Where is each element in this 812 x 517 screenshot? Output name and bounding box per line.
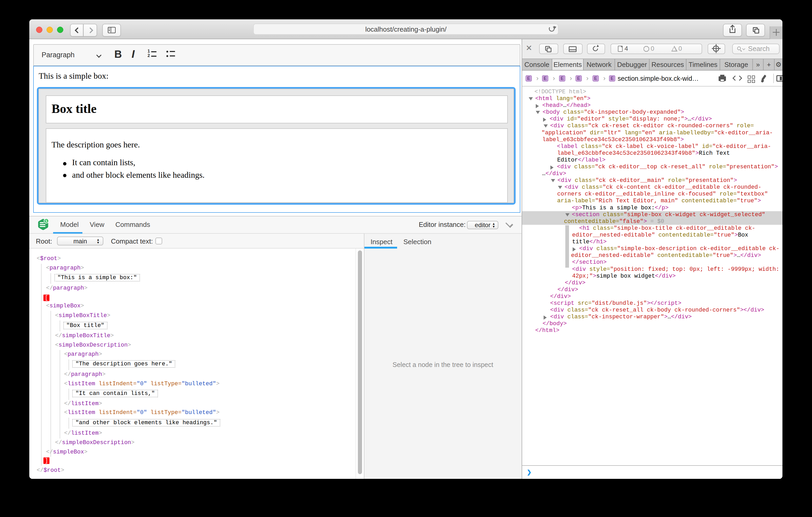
svg-text:5: 5 bbox=[46, 219, 47, 223]
